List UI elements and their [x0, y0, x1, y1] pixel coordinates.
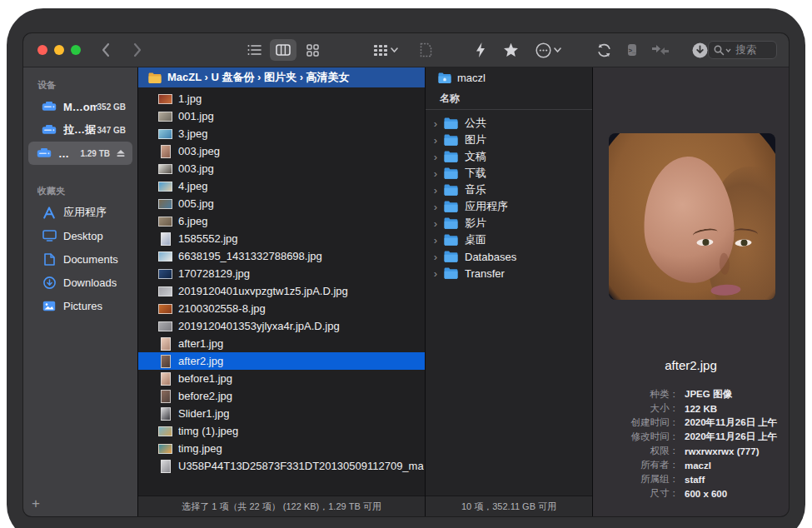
refresh-button[interactable] [596, 42, 612, 58]
preview-info-label: 修改时间： [593, 431, 679, 443]
sidebar-item[interactable]: Downloads [28, 271, 132, 294]
file-row[interactable]: 2019120401353yjlyxa4r.jpA.D.jpg [138, 317, 425, 335]
file-row[interactable]: 1.jpg [138, 90, 425, 107]
sidebar-item[interactable]: Pictures [28, 294, 132, 317]
file-row[interactable]: 3.jpeg [138, 125, 425, 142]
sidebar-item-label: 应用程序 [63, 205, 107, 220]
folder-icon [444, 151, 458, 162]
zoom-button[interactable] [71, 45, 81, 55]
folder-row[interactable]: ›公共 [426, 115, 592, 132]
file-row[interactable]: 1585552.jpg [138, 230, 425, 247]
new-document-button[interactable] [420, 42, 432, 57]
file-row[interactable]: timg.jpeg [138, 440, 425, 457]
folder-name: 应用程序 [465, 199, 508, 214]
file-row[interactable]: before2.jpg [138, 387, 425, 405]
file-row[interactable]: before1.jpg [138, 370, 425, 387]
folder-row[interactable]: ›Transfer [426, 265, 592, 281]
file-row[interactable]: 170728129.jpg [138, 265, 425, 282]
download-button[interactable] [692, 42, 708, 58]
eject-icon[interactable] [116, 149, 126, 157]
folder-row[interactable]: ›桌面 [426, 232, 592, 248]
disclosure-chevron-icon[interactable]: › [431, 184, 441, 197]
folder-row[interactable]: ›Databases [426, 248, 592, 265]
file-row[interactable]: U358P44T13D25873F331DT20130509112709_ma [138, 457, 425, 475]
minimize-button[interactable] [54, 45, 64, 55]
disclosure-chevron-icon[interactable]: › [431, 167, 441, 180]
forward-button[interactable] [133, 42, 142, 57]
file-row[interactable]: 005.jpg [138, 195, 425, 212]
toolbar: >_ [23, 33, 789, 67]
folder-row[interactable]: ›音乐 [426, 182, 592, 198]
list-view-button[interactable] [241, 39, 267, 61]
gallery-view-button[interactable] [299, 39, 326, 61]
file-thumbnail-icon [158, 441, 172, 456]
preview-info-row: 所有者：maczl [593, 458, 789, 472]
group-button[interactable] [374, 45, 398, 56]
sidebar-item[interactable]: Desktop [28, 224, 132, 247]
folder-row[interactable]: ›下载 [426, 165, 592, 182]
chevron-down-icon [554, 47, 561, 52]
desktop-icon [41, 230, 57, 242]
folder-name: 公共 [465, 116, 486, 131]
folder-row[interactable]: ›应用程序 [426, 198, 592, 215]
preview-info-value: staff [685, 475, 705, 485]
disclosure-chevron-icon[interactable]: › [431, 201, 441, 213]
disclosure-chevron-icon[interactable]: › [431, 217, 441, 230]
preview-info-label: 种类： [593, 388, 679, 401]
transfer-button[interactable] [652, 45, 669, 56]
folder-row[interactable]: ›影片 [426, 215, 592, 232]
file-row[interactable]: after1.jpg [138, 335, 425, 352]
folder-row[interactable]: ›文稿 [426, 148, 592, 165]
column-view-button[interactable] [270, 39, 296, 61]
folder-icon [444, 267, 458, 279]
chevron-down-icon [391, 47, 398, 52]
file-row[interactable]: Slider1.jpg [138, 405, 425, 422]
disclosure-chevron-icon[interactable]: › [431, 151, 441, 163]
file-thumbnail-icon [158, 301, 172, 316]
back-button[interactable] [101, 42, 110, 57]
search-input[interactable]: 搜索 [708, 41, 777, 59]
file-row[interactable]: 003.jpeg [138, 142, 425, 160]
name-column-header[interactable]: 名称 [426, 87, 592, 110]
file-row[interactable]: 6638195_1431332788698.jpg [138, 247, 425, 265]
favorites-button[interactable] [503, 42, 519, 57]
sidebar-item[interactable]: …1.29 TB [28, 142, 132, 165]
disclosure-chevron-icon[interactable]: › [431, 134, 441, 147]
disclosure-chevron-icon[interactable]: › [431, 117, 441, 130]
folder-list: ›公共›图片›文稿›下载›音乐›应用程序›影片›桌面›Databases›Tra… [426, 110, 592, 496]
file-name: 6.jpeg [178, 215, 207, 227]
file-row[interactable]: timg (1).jpeg [138, 422, 425, 440]
file-row[interactable]: 2019120401uxvpzgtw1z5.jpA.D.jpg [138, 282, 425, 300]
external-drive-icon [36, 147, 52, 159]
sidebar-item[interactable]: M…om352 GB [28, 95, 132, 118]
sidebar-item-label: Pictures [63, 300, 102, 312]
preview-image[interactable] [609, 133, 775, 300]
disclosure-chevron-icon[interactable]: › [431, 234, 441, 247]
file-row[interactable]: after2.jpg [138, 352, 425, 370]
disclosure-chevron-icon[interactable]: › [431, 267, 441, 280]
file-row[interactable]: 6.jpeg [138, 212, 425, 230]
sidebar-item[interactable]: Documents [28, 247, 132, 271]
add-button[interactable]: + [32, 496, 40, 512]
more-options-button[interactable] [536, 42, 561, 58]
path-bar[interactable]: MacZL › U 盘备份 › 图片夹 › 高清美女 [138, 67, 425, 87]
quick-action-button[interactable] [476, 42, 486, 57]
file-row[interactable]: 001.jpg [138, 107, 425, 125]
file-row[interactable]: 2100302558-8.jpg [138, 300, 425, 317]
preview-info-label: 创建时间： [593, 416, 679, 429]
disclosure-chevron-icon[interactable]: › [431, 251, 441, 263]
folder-name: 桌面 [465, 232, 486, 247]
sidebar-item[interactable]: 应用程序 [28, 201, 132, 224]
file-row[interactable]: 003.jpg [138, 160, 425, 177]
file-thumbnail-icon [158, 406, 172, 421]
preview-info-value: 600 x 600 [685, 489, 727, 499]
folder-icon [444, 234, 458, 246]
folder-name: 文稿 [465, 149, 486, 164]
preview-info-value: 122 KB [685, 404, 717, 414]
file-row[interactable]: 4.jpeg [138, 177, 425, 195]
sidebar-item[interactable]: 拉…据347 GB [28, 118, 132, 142]
terminal-button[interactable]: >_ [628, 44, 636, 56]
folder-row[interactable]: ›图片 [426, 132, 592, 148]
close-button[interactable] [37, 45, 47, 55]
preview-info-row: 创建时间：2020年11月26日 上午 [593, 416, 789, 430]
